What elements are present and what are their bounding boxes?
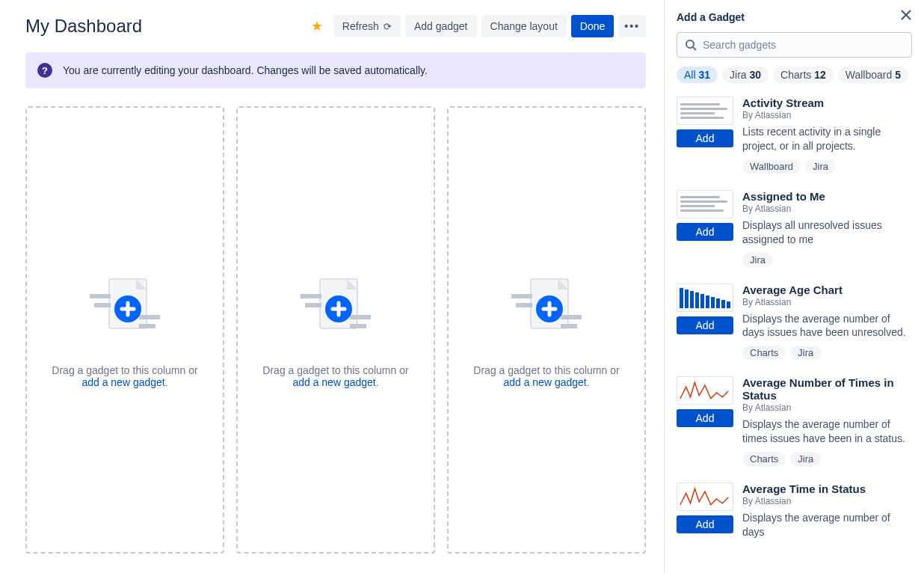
gadget-tag: Charts (742, 452, 786, 466)
gadget-description: Displays the average number of times iss… (742, 417, 912, 446)
column-drag-text: Drag a gadget to this column or (262, 364, 408, 376)
svg-rect-8 (305, 303, 321, 307)
gadget-name: Assigned to Me (742, 190, 912, 203)
gadget-description: Displays all unresolved issues assigned … (742, 218, 912, 247)
refresh-button[interactable]: Refresh ⟳ (333, 15, 401, 37)
svg-rect-14 (516, 303, 532, 307)
svg-rect-2 (94, 303, 111, 307)
svg-point-18 (686, 40, 694, 48)
gadget-tag: Wallboard (742, 159, 801, 174)
add-gadget-button[interactable]: Add gadget (405, 15, 477, 37)
drop-illustration (505, 272, 588, 349)
gadget-add-button[interactable]: Add (677, 223, 733, 241)
gadget-tag: Jira (790, 346, 821, 360)
search-box[interactable] (677, 32, 912, 58)
gadget-description: Lists recent activity in a single projec… (742, 125, 912, 153)
gadget-thumbnail (677, 96, 733, 125)
column-drag-text: Drag a gadget to this column or (473, 364, 619, 376)
info-icon: ? (37, 63, 52, 78)
filter-chip-wallboard[interactable]: Wallboard 5 (838, 67, 908, 83)
gadget-name: Average Number of Times in Status (742, 376, 912, 402)
dashboard-column[interactable]: Drag a gadget to this column or add a ne… (447, 106, 646, 554)
refresh-label: Refresh (342, 20, 379, 32)
close-button[interactable] (900, 9, 912, 25)
page-title: My Dashboard (25, 16, 305, 37)
more-icon: ••• (624, 20, 640, 32)
gadget-name: Activity Stream (742, 96, 912, 109)
gadget-add-button[interactable]: Add (677, 515, 733, 533)
gadget-thumbnail (677, 284, 733, 312)
gadget-description: Displays the average number of days (742, 511, 912, 539)
gadget-item: Add Average Age Chart By Atlassian Displ… (677, 284, 912, 361)
gadget-name: Average Age Chart (742, 284, 912, 296)
star-icon[interactable]: ★ (305, 18, 329, 34)
done-button[interactable]: Done (571, 15, 614, 37)
gadget-author: By Atlassian (742, 297, 912, 307)
more-button[interactable]: ••• (618, 15, 646, 37)
gadget-add-button[interactable]: Add (677, 409, 733, 427)
svg-rect-7 (301, 294, 321, 298)
close-icon (900, 9, 912, 21)
gadget-author: By Atlassian (742, 110, 912, 120)
gadget-thumbnail (677, 376, 733, 405)
banner-text: You are currently editing your dashboard… (63, 64, 428, 76)
gadget-item: Add Average Time in Status By Atlassian … (677, 482, 912, 545)
svg-rect-16 (561, 324, 577, 328)
svg-rect-13 (511, 294, 532, 298)
dashboard-column[interactable]: Drag a gadget to this column or add a ne… (236, 106, 435, 554)
add-gadget-panel: Add a Gadget All 31Jira 30Charts 12Wallb… (664, 0, 924, 573)
svg-rect-9 (350, 315, 371, 319)
svg-rect-4 (139, 324, 155, 328)
gadget-item: Add Average Number of Times in Status By… (677, 376, 912, 466)
gadget-thumbnail (677, 482, 733, 511)
drop-illustration (295, 272, 377, 349)
svg-rect-15 (561, 315, 582, 319)
add-new-gadget-link[interactable]: add a new gadget (81, 376, 164, 388)
gadget-author: By Atlassian (742, 402, 912, 413)
refresh-icon: ⟳ (384, 21, 392, 32)
gadget-author: By Atlassian (742, 496, 912, 506)
gadget-item: Add Activity Stream By Atlassian Lists r… (677, 96, 912, 174)
gadget-name: Average Time in Status (742, 482, 912, 495)
svg-rect-1 (90, 294, 111, 298)
change-layout-button[interactable]: Change layout (481, 15, 567, 37)
dashboard-column[interactable]: Drag a gadget to this column or add a ne… (25, 106, 224, 554)
gadget-tag: Charts (742, 346, 786, 360)
gadget-add-button[interactable]: Add (677, 129, 733, 147)
filter-chip-charts[interactable]: Charts 12 (773, 67, 834, 83)
column-drag-text: Drag a gadget to this column or (52, 364, 197, 376)
panel-title: Add a Gadget (677, 11, 900, 23)
svg-rect-3 (139, 315, 160, 319)
gadget-tag: Jira (805, 159, 836, 174)
add-new-gadget-link[interactable]: add a new gadget (292, 376, 375, 388)
add-new-gadget-link[interactable]: add a new gadget (503, 376, 586, 388)
drop-illustration (84, 272, 166, 349)
filter-chip-jira[interactable]: Jira 30 (722, 67, 769, 83)
search-input[interactable] (703, 39, 904, 51)
gadget-tag: Jira (790, 452, 821, 466)
gadget-author: By Atlassian (742, 203, 912, 214)
filter-chip-all[interactable]: All 31 (677, 67, 718, 83)
gadget-thumbnail (677, 190, 733, 218)
gadget-description: Displays the average number of days issu… (742, 312, 912, 340)
search-icon (685, 39, 697, 51)
gadget-tag: Jira (742, 253, 773, 267)
gadget-item: Add Assigned to Me By Atlassian Displays… (677, 190, 912, 267)
info-banner: ? You are currently editing your dashboa… (25, 52, 646, 88)
gadget-add-button[interactable]: Add (677, 316, 733, 334)
svg-rect-10 (350, 324, 366, 328)
